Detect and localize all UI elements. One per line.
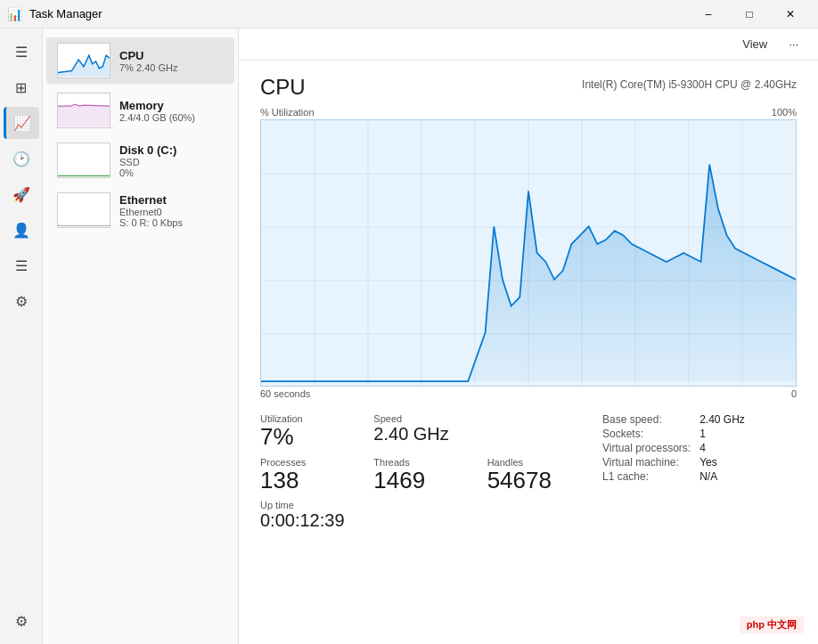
disk-item-title: Disk 0 (C:): [119, 143, 176, 157]
chart-y-label: % Utilization: [260, 107, 315, 118]
app-title: Task Manager: [29, 7, 102, 20]
users-icon[interactable]: 👤: [4, 214, 39, 246]
performance-icon[interactable]: 📈: [4, 107, 39, 139]
ethernet-item-sub2: S: 0 R: 0 Kbps: [119, 217, 183, 228]
chart-container: % Utilization 100%: [260, 107, 797, 399]
page-title: CPU: [260, 75, 306, 100]
virtual-processors-label: Virtual processors:: [602, 442, 698, 454]
memory-thumbnail: [57, 93, 110, 128]
ethernet-item-info: Ethernet Ethernet0 S: 0 R: 0 Kbps: [119, 193, 183, 228]
close-button[interactable]: ✕: [770, 0, 811, 29]
threads-stat: Threads 1469: [373, 453, 458, 497]
maximize-button[interactable]: □: [729, 0, 770, 29]
chart-y-labels: % Utilization 100%: [260, 107, 797, 118]
view-button[interactable]: View: [737, 34, 773, 54]
chart-x-min: 60 seconds: [260, 388, 310, 399]
threads-label: Threads: [373, 457, 458, 468]
chart-wrapper: [260, 119, 797, 387]
uptime-stat: Up time 0:00:12:39: [260, 496, 572, 534]
cpu-header: CPU Intel(R) Core(TM) i5-9300H CPU @ 2.4…: [260, 75, 797, 100]
sidebar: CPU 7% 2.40 GHz Memory 2.4/4.0 GB (60%): [43, 29, 239, 644]
threads-value: 1469: [373, 468, 458, 493]
watermark: php 中文网: [740, 616, 804, 633]
sidebar-item-ethernet[interactable]: Ethernet Ethernet0 S: 0 R: 0 Kbps: [46, 187, 234, 233]
cpu-item-title: CPU: [119, 49, 177, 62]
cpu-item-info: CPU 7% 2.40 GHz: [119, 49, 177, 73]
uptime-label: Up time: [260, 500, 572, 510]
services-icon[interactable]: ⚙: [4, 285, 39, 317]
ethernet-item-sub1: Ethernet0: [119, 207, 183, 217]
hamburger-menu-icon[interactable]: ☰: [4, 36, 39, 68]
utilization-stat: Utilization 7%: [260, 410, 345, 453]
l1-cache-row: L1 cache: N/A: [602, 470, 745, 483]
handles-label: Handles: [487, 457, 572, 468]
sockets-value: 1: [699, 428, 745, 440]
memory-item-title: Memory: [119, 99, 195, 112]
base-speed-value: 2.40 GHz: [699, 413, 745, 426]
chart-y-max: 100%: [772, 107, 797, 118]
virtual-machine-row: Virtual machine: Yes: [602, 456, 745, 469]
chart-x-max: 0: [791, 388, 797, 399]
speed-label: Speed: [373, 413, 458, 424]
cpu-thumbnail: [57, 43, 110, 78]
chart-x-labels: 60 seconds 0: [260, 388, 797, 399]
uptime-value: 0:00:12:39: [260, 510, 572, 531]
history-icon[interactable]: 🕑: [4, 143, 39, 175]
svg-rect-1: [58, 106, 110, 126]
app-icon: 📊: [7, 7, 22, 21]
right-stats-table: Base speed: 2.40 GHz Sockets: 1 Virtual …: [601, 412, 747, 485]
l1-cache-value: N/A: [699, 470, 745, 483]
disk-item-sub1: SSD: [119, 157, 176, 167]
utilization-value: 7%: [260, 424, 345, 450]
processes-label: Processes: [260, 457, 345, 468]
sockets-label: Sockets:: [602, 428, 698, 440]
left-stats: Utilization 7% Speed 2.40 GHz Processes …: [260, 410, 572, 534]
disk-item-info: Disk 0 (C:) SSD 0%: [119, 143, 176, 178]
sockets-row: Sockets: 1: [602, 428, 745, 440]
window-controls: – □ ✕: [688, 0, 811, 29]
spacer-right: [487, 410, 572, 453]
overview-icon[interactable]: ⊞: [4, 71, 39, 103]
base-speed-row: Base speed: 2.40 GHz: [602, 413, 745, 426]
virtual-machine-value: Yes: [699, 456, 745, 469]
main-toolbar: View ···: [239, 29, 818, 61]
icon-bar: ☰ ⊞ 📈 🕑 🚀 👤 ☰ ⚙ ⚙: [0, 29, 43, 644]
ethernet-item-title: Ethernet: [119, 193, 183, 207]
disk-item-sub2: 0%: [119, 167, 176, 178]
settings-icon[interactable]: ⚙: [4, 605, 39, 637]
base-speed-label: Base speed:: [602, 413, 698, 426]
handles-stat: Handles 54678: [487, 453, 572, 497]
speed-value: 2.40 GHz: [373, 424, 458, 444]
details-icon[interactable]: ☰: [4, 249, 39, 281]
l1-cache-label: L1 cache:: [602, 470, 698, 483]
sidebar-item-cpu[interactable]: CPU 7% 2.40 GHz: [46, 37, 234, 84]
cpu-model: Intel(R) Core(TM) i5-9300H CPU @ 2.40GHz: [582, 78, 797, 91]
disk-thumbnail: [57, 143, 110, 178]
minimize-button[interactable]: –: [688, 0, 729, 29]
startup-icon[interactable]: 🚀: [4, 178, 39, 210]
sidebar-item-memory[interactable]: Memory 2.4/4.0 GB (60%): [46, 87, 234, 134]
sidebar-item-disk[interactable]: Disk 0 (C:) SSD 0%: [46, 137, 234, 183]
virtual-processors-row: Virtual processors: 4: [602, 442, 745, 454]
virtual-processors-value: 4: [699, 442, 745, 454]
content-area: CPU Intel(R) Core(TM) i5-9300H CPU @ 2.4…: [239, 61, 818, 644]
handles-value: 54678: [487, 468, 572, 493]
title-bar: 📊 Task Manager – □ ✕: [0, 0, 818, 29]
ethernet-thumbnail: [57, 192, 110, 228]
processes-stat: Processes 138: [260, 453, 345, 497]
cpu-chart-svg: [261, 120, 796, 386]
memory-item-sub: 2.4/4.0 GB (60%): [119, 112, 195, 123]
cpu-item-sub: 7% 2.40 GHz: [119, 62, 177, 73]
speed-stat: Speed 2.40 GHz: [373, 410, 458, 453]
processes-value: 138: [260, 468, 345, 493]
memory-item-info: Memory 2.4/4.0 GB (60%): [119, 99, 195, 123]
right-stats: Base speed: 2.40 GHz Sockets: 1 Virtual …: [601, 410, 797, 534]
virtual-machine-label: Virtual machine:: [602, 456, 698, 469]
main-content: View ··· CPU Intel(R) Core(TM) i5-9300H …: [239, 29, 818, 644]
stats-container: Utilization 7% Speed 2.40 GHz Processes …: [260, 410, 797, 534]
more-button[interactable]: ···: [783, 34, 804, 54]
